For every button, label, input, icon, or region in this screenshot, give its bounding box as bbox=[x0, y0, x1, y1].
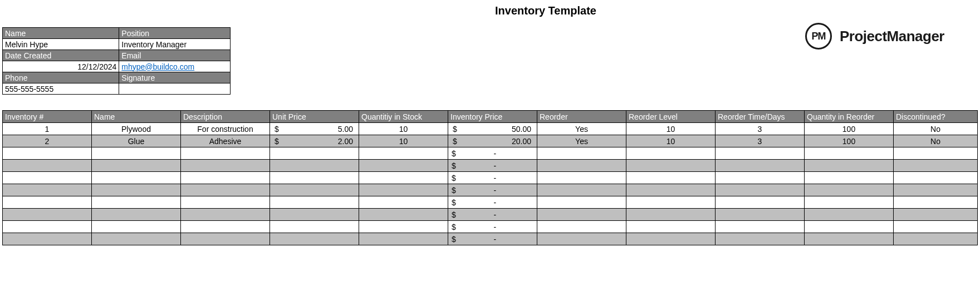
cell-inventory-number[interactable] bbox=[3, 172, 92, 184]
cell-reorder-level[interactable] bbox=[626, 184, 716, 196]
cell-name[interactable]: Glue bbox=[92, 135, 181, 147]
cell-reorder-level[interactable] bbox=[626, 172, 716, 184]
cell-reorder-level[interactable] bbox=[626, 147, 716, 160]
cell-unit-price[interactable] bbox=[270, 147, 359, 160]
cell-name[interactable] bbox=[92, 196, 181, 209]
cell-unit-price[interactable] bbox=[270, 184, 359, 196]
cell-reorder[interactable] bbox=[537, 221, 626, 233]
cell-name[interactable]: Plywood bbox=[92, 123, 181, 135]
cell-reorder-level[interactable] bbox=[626, 209, 716, 221]
cell-unit-price[interactable] bbox=[270, 160, 359, 172]
cell-reorder-time[interactable]: 3 bbox=[716, 135, 805, 147]
cell-unit-price[interactable] bbox=[270, 221, 359, 233]
cell-reorder-time[interactable] bbox=[716, 196, 805, 209]
cell-discontinued[interactable] bbox=[894, 196, 978, 209]
cell-qty-reorder[interactable] bbox=[805, 196, 894, 209]
cell-name[interactable] bbox=[92, 172, 181, 184]
cell-inventory-number[interactable] bbox=[3, 160, 92, 172]
cell-description[interactable]: Adhesive bbox=[181, 135, 270, 147]
cell-description[interactable]: For construction bbox=[181, 123, 270, 135]
cell-inventory-price[interactable]: $- bbox=[448, 147, 537, 160]
cell-unit-price[interactable]: $2.00 bbox=[270, 135, 359, 147]
email-link[interactable]: mhype@buildco.com bbox=[121, 62, 194, 71]
cell-qty-reorder[interactable] bbox=[805, 184, 894, 196]
cell-inventory-number[interactable] bbox=[3, 209, 92, 221]
cell-inventory-number[interactable] bbox=[3, 196, 92, 209]
cell-reorder[interactable] bbox=[537, 172, 626, 184]
cell-discontinued[interactable]: No bbox=[894, 135, 978, 147]
cell-unit-price[interactable] bbox=[270, 209, 359, 221]
cell-reorder-level[interactable] bbox=[626, 160, 716, 172]
cell-inventory-price[interactable]: $- bbox=[448, 209, 537, 221]
cell-qty-stock[interactable] bbox=[359, 184, 448, 196]
cell-discontinued[interactable] bbox=[894, 184, 978, 196]
info-position-value[interactable]: Inventory Manager bbox=[119, 39, 231, 50]
cell-qty-reorder[interactable]: 100 bbox=[805, 135, 894, 147]
cell-qty-reorder[interactable] bbox=[805, 147, 894, 160]
cell-reorder-time[interactable] bbox=[716, 160, 805, 172]
cell-discontinued[interactable] bbox=[894, 221, 978, 233]
cell-reorder-level[interactable]: 10 bbox=[626, 135, 716, 147]
cell-qty-reorder[interactable]: 100 bbox=[805, 123, 894, 135]
info-date-value[interactable]: 12/12/2024 bbox=[3, 61, 119, 72]
cell-reorder[interactable] bbox=[537, 184, 626, 196]
cell-qty-reorder[interactable] bbox=[805, 209, 894, 221]
cell-inventory-price[interactable]: $- bbox=[448, 184, 537, 196]
cell-name[interactable] bbox=[92, 209, 181, 221]
cell-discontinued[interactable] bbox=[894, 172, 978, 184]
cell-unit-price[interactable] bbox=[270, 196, 359, 209]
cell-reorder[interactable] bbox=[537, 147, 626, 160]
cell-qty-reorder[interactable] bbox=[805, 233, 894, 245]
cell-reorder-level[interactable] bbox=[626, 221, 716, 233]
cell-reorder-time[interactable] bbox=[716, 147, 805, 160]
cell-qty-stock[interactable]: 10 bbox=[359, 135, 448, 147]
cell-reorder-level[interactable] bbox=[626, 233, 716, 245]
cell-qty-stock[interactable] bbox=[359, 160, 448, 172]
cell-inventory-price[interactable]: $- bbox=[448, 221, 537, 233]
cell-qty-reorder[interactable] bbox=[805, 221, 894, 233]
cell-reorder-time[interactable] bbox=[716, 221, 805, 233]
cell-inventory-number[interactable] bbox=[3, 184, 92, 196]
cell-inventory-price[interactable]: $- bbox=[448, 196, 537, 209]
cell-inventory-number[interactable] bbox=[3, 147, 92, 160]
cell-discontinued[interactable] bbox=[894, 147, 978, 160]
cell-description[interactable] bbox=[181, 184, 270, 196]
cell-reorder-time[interactable]: 3 bbox=[716, 123, 805, 135]
info-name-value[interactable]: Melvin Hype bbox=[3, 39, 119, 50]
cell-discontinued[interactable] bbox=[894, 160, 978, 172]
cell-description[interactable] bbox=[181, 172, 270, 184]
cell-reorder-level[interactable] bbox=[626, 196, 716, 209]
cell-name[interactable] bbox=[92, 233, 181, 245]
cell-name[interactable] bbox=[92, 184, 181, 196]
cell-description[interactable] bbox=[181, 221, 270, 233]
info-phone-value[interactable]: 555-555-5555 bbox=[3, 83, 119, 95]
cell-reorder[interactable]: Yes bbox=[537, 123, 626, 135]
cell-qty-stock[interactable] bbox=[359, 196, 448, 209]
cell-inventory-price[interactable]: $- bbox=[448, 233, 537, 245]
cell-qty-stock[interactable] bbox=[359, 209, 448, 221]
cell-description[interactable] bbox=[181, 147, 270, 160]
cell-reorder-time[interactable] bbox=[716, 172, 805, 184]
cell-qty-stock[interactable] bbox=[359, 147, 448, 160]
cell-description[interactable] bbox=[181, 209, 270, 221]
cell-qty-reorder[interactable] bbox=[805, 160, 894, 172]
cell-qty-stock[interactable] bbox=[359, 233, 448, 245]
cell-inventory-price[interactable]: $- bbox=[448, 160, 537, 172]
cell-qty-stock[interactable] bbox=[359, 221, 448, 233]
cell-qty-reorder[interactable] bbox=[805, 172, 894, 184]
cell-description[interactable] bbox=[181, 196, 270, 209]
cell-name[interactable] bbox=[92, 147, 181, 160]
cell-reorder-time[interactable] bbox=[716, 233, 805, 245]
cell-reorder[interactable] bbox=[537, 160, 626, 172]
cell-inventory-price[interactable]: $50.00 bbox=[448, 123, 537, 135]
cell-description[interactable] bbox=[181, 233, 270, 245]
cell-unit-price[interactable]: $5.00 bbox=[270, 123, 359, 135]
cell-discontinued[interactable] bbox=[894, 233, 978, 245]
cell-unit-price[interactable] bbox=[270, 233, 359, 245]
cell-qty-stock[interactable] bbox=[359, 172, 448, 184]
info-signature-value[interactable] bbox=[119, 83, 231, 95]
cell-reorder[interactable] bbox=[537, 196, 626, 209]
cell-reorder-time[interactable] bbox=[716, 184, 805, 196]
cell-inventory-price[interactable]: $20.00 bbox=[448, 135, 537, 147]
cell-inventory-number[interactable] bbox=[3, 221, 92, 233]
